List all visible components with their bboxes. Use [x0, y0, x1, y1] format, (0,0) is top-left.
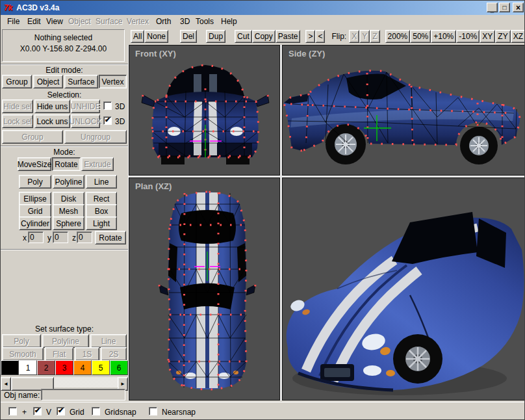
select-all-button[interactable]: All [131, 30, 144, 43]
copy-button[interactable]: Copy [252, 30, 275, 43]
menu-orth[interactable]: Orth [156, 17, 171, 26]
v-label: V [46, 408, 51, 417]
surface-poly-button: Poly [2, 334, 41, 348]
viewport-side[interactable]: Side (ZY) [282, 45, 525, 176]
tool-poly-button[interactable]: Poly [19, 175, 51, 189]
tool-rect-button[interactable]: Rect [86, 192, 117, 205]
menu-surface: Surface [96, 17, 122, 26]
surface-line-button: Line [90, 334, 127, 348]
menu-view[interactable]: View [46, 17, 63, 26]
menu-edit[interactable]: Edit [27, 17, 41, 26]
menu-file[interactable]: File [7, 17, 19, 26]
front-view-canvas[interactable] [129, 46, 280, 176]
tool-light-button[interactable]: Light [86, 217, 117, 230]
edit-mode-surface[interactable]: Surface [64, 75, 98, 88]
side-view-canvas[interactable] [283, 46, 525, 176]
tool-grid-button[interactable]: Grid [19, 204, 51, 218]
maximize-button[interactable]: □ [499, 3, 510, 12]
delete-button[interactable]: Del [180, 30, 197, 43]
vertical-splitter[interactable] [280, 45, 282, 400]
obj-name-input[interactable] [41, 389, 125, 400]
tool-box-button[interactable]: Box [86, 204, 117, 218]
flip-z-button: Z [370, 30, 379, 43]
menu-vertex: Vertex [127, 17, 149, 26]
tool-cylinder-button[interactable]: Cylinder [19, 217, 51, 230]
edit-mode-label: Edit mode: [1, 66, 128, 75]
edit-mode-vertex[interactable]: Vertex [99, 75, 127, 88]
cursor-coordinates: X0.00 Y-156.80 Z-294.00 [3, 44, 124, 53]
rotate-z-input[interactable] [77, 231, 92, 243]
mode-movesize-button[interactable]: MoveSize [18, 157, 51, 171]
tool-polyline-button[interactable]: Polyline [53, 175, 84, 189]
menu-tools[interactable]: Tools [196, 17, 214, 26]
duplicate-button[interactable]: Dup [206, 30, 225, 43]
view-xy-button[interactable]: XY [480, 30, 495, 43]
view-zy-button[interactable]: ZY [495, 30, 510, 43]
color-swatch-6[interactable]: 6 [110, 360, 128, 375]
zoom-200-button[interactable]: 200% [385, 30, 411, 43]
plan-view-canvas[interactable] [129, 178, 280, 400]
color-swatch-3[interactable]: 3 [55, 360, 73, 375]
color-swatch-4[interactable]: 4 [73, 360, 92, 375]
tool-sphere-button[interactable]: Sphere [53, 217, 84, 230]
color-swatch-5[interactable]: 5 [92, 360, 110, 375]
plus-checkbox[interactable] [8, 407, 17, 415]
rotate-x-label: x [23, 233, 27, 243]
mode-rotate-button[interactable]: Rotate [52, 157, 81, 171]
viewport-3d[interactable] [282, 177, 525, 400]
viewport-front[interactable]: Front (XY) [129, 45, 280, 176]
menu-help[interactable]: Help [221, 17, 237, 26]
hide-3d-checkbox[interactable] [103, 101, 112, 110]
rotate-z-label: z [72, 233, 76, 243]
3d-view-canvas[interactable] [283, 178, 525, 400]
hide-uns-button[interactable]: Hide uns [34, 99, 70, 113]
surface-polyline-button: Polyline [42, 334, 89, 348]
paste-button[interactable]: Paste [275, 30, 301, 43]
zoom-50-button[interactable]: 50% [410, 30, 431, 43]
minimize-button[interactable]: _ [487, 3, 498, 12]
color-palette: 1 2 3 4 5 6 [1, 360, 128, 375]
grid-checkbox[interactable]: ✔ [57, 407, 65, 415]
color-swatch-black[interactable] [1, 360, 19, 375]
lock-uns-button[interactable]: Lock uns [34, 114, 70, 128]
tool-disk-button[interactable]: Disk [53, 192, 84, 205]
viewport-plan[interactable]: Plan (XZ) [129, 177, 280, 400]
mode-label: Mode: [1, 148, 128, 157]
nearsnap-label: Nearsnap [162, 408, 196, 417]
shading-smooth-button: Smooth [2, 347, 44, 361]
color-swatch-2[interactable]: 2 [37, 360, 55, 375]
zoom-minus10-button[interactable]: -10% [456, 30, 480, 43]
plus-label: + [22, 408, 27, 417]
gridsnap-label: Gridsnap [105, 408, 136, 417]
titlebar[interactable]: 7k AC3D v3.4a _ □ × [1, 1, 525, 15]
lock-3d-checkbox[interactable]: ✔ [103, 116, 112, 125]
color-swatch-1[interactable]: 1 [19, 360, 37, 375]
forward-button[interactable]: > [305, 30, 315, 43]
tool-ellipse-button[interactable]: Ellipse [19, 192, 51, 205]
rotate-x-input[interactable] [28, 231, 44, 243]
gridsnap-checkbox[interactable] [92, 407, 100, 415]
palette-scrollbar[interactable]: ◄ ► [1, 377, 128, 387]
edit-mode-group[interactable]: Group [2, 75, 32, 88]
rotate-y-input[interactable] [53, 231, 68, 243]
nearsnap-checkbox[interactable] [149, 407, 157, 415]
status-text: Nothing selected [3, 33, 124, 42]
tool-line-button[interactable]: Line [86, 175, 117, 189]
hide-3d-label: 3D [115, 102, 125, 111]
view-xz-button[interactable]: XZ [511, 30, 525, 43]
viewport-side-label: Side (ZY) [288, 49, 325, 59]
horizontal-splitter[interactable] [129, 176, 525, 177]
v-checkbox[interactable]: ✔ [33, 407, 42, 415]
cut-button[interactable]: Cut [235, 30, 252, 43]
rotate-apply-button[interactable]: Rotate [95, 231, 126, 244]
tool-mesh-button[interactable]: Mesh [53, 204, 84, 218]
menubar: File Edit View Object Surface Vertex Ort… [1, 15, 525, 28]
back-button[interactable]: < [315, 30, 325, 43]
scroll-left-icon[interactable]: ◄ [1, 377, 11, 391]
menu-3d[interactable]: 3D [180, 17, 190, 26]
zoom-plus10-button[interactable]: +10% [431, 30, 456, 43]
close-button[interactable]: × [513, 3, 524, 12]
viewport-front-label: Front (XY) [135, 49, 176, 59]
select-none-button[interactable]: None [144, 30, 168, 43]
edit-mode-object[interactable]: Object [33, 75, 63, 88]
